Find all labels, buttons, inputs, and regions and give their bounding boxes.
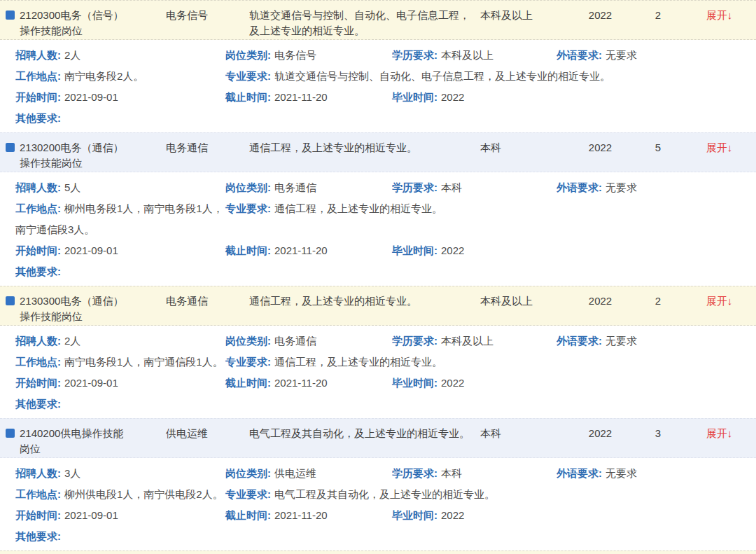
field-value: 轨道交通信号与控制、自动化、电子信息工程，及上述专业的相近专业。 (274, 70, 610, 82)
job-header-row: 2130300电务（通信）操作技能岗位 电务通信 通信工程，及上述专业的相近专业… (0, 286, 756, 326)
detail-row: 招聘人数:3人 岗位类别:供电运维 学历要求:本科 外语要求:无要求 (15, 463, 742, 484)
field-label: 开始时间: (15, 244, 61, 256)
job-detail-panel: 招聘人数:3人 岗位类别:供电运维 学历要求:本科 外语要求:无要求 工作地点:… (0, 458, 756, 550)
expand-toggle[interactable]: 展开↓ (682, 140, 756, 155)
field-value: 5人 (64, 181, 80, 193)
field-label: 其他要求: (15, 265, 61, 277)
field-other-requirements: 其他要求: (15, 394, 742, 415)
field-value: 2021-09-01 (64, 244, 118, 256)
field-value: 2022 (441, 91, 464, 103)
field-work-location: 工作地点:南宁电务段2人。 (15, 66, 225, 87)
field-end-time: 截止时间:2021-11-20 (225, 87, 392, 108)
expand-toggle[interactable]: 展开↓ (682, 8, 756, 23)
job-title: 2130200电务（通信）操作技能岗位 (20, 140, 125, 171)
field-label: 毕业时间: (392, 244, 438, 256)
field-value: 2022 (441, 377, 464, 389)
field-label: 工作地点: (15, 356, 61, 368)
field-label: 岗位类别: (225, 467, 271, 479)
field-label: 截止时间: (225, 91, 271, 103)
field-label: 截止时间: (225, 509, 271, 521)
field-value: 2022 (441, 244, 464, 256)
field-label: 工作地点: (15, 202, 61, 214)
field-label: 外语要求: (556, 181, 602, 193)
field-value: 2021-11-20 (274, 244, 328, 256)
detail-row: 招聘人数:2人 岗位类别:电务信号 学历要求:本科及以上 外语要求:无要求 (15, 45, 742, 66)
row-marker-icon (6, 429, 15, 438)
next-row-peek (0, 550, 756, 554)
field-label: 其他要求: (15, 530, 61, 542)
job-major-summary: 电气工程及其自动化，及上述专业的相近专业。 (249, 426, 473, 441)
job-graduation-year: 2022 (567, 8, 634, 23)
field-value: 南宁电务段2人。 (64, 70, 144, 82)
expand-toggle[interactable]: 展开↓ (682, 426, 756, 441)
field-graduation-time: 毕业时间:2022 (392, 87, 742, 108)
field-value: 通信工程，及上述专业的相近专业。 (274, 202, 442, 214)
detail-row: 其他要求: (15, 526, 742, 547)
field-recruit-count: 招聘人数:5人 (15, 177, 225, 198)
field-value: 无要求 (606, 181, 637, 193)
job-headcount: 3 (634, 426, 682, 441)
field-foreign-language: 外语要求:无要求 (556, 331, 742, 352)
field-value: 无要求 (606, 49, 637, 61)
detail-row: 开始时间:2021-09-01 截止时间:2021-11-20 毕业时间:202… (15, 505, 742, 526)
job-graduation-year: 2022 (567, 293, 634, 309)
field-value: 2021-11-20 (274, 377, 328, 389)
field-value: 电务通信 (274, 335, 316, 347)
row-marker-icon (6, 143, 15, 152)
field-label: 招聘人数: (15, 181, 61, 193)
field-major: 专业要求:通信工程，及上述专业的相近专业。 (225, 352, 742, 373)
field-label: 专业要求: (225, 488, 271, 500)
field-value: 2021-11-20 (274, 509, 328, 521)
job-headcount: 5 (634, 140, 682, 155)
job-listing-block: 2140200供电操作技能岗位 供电运维 电气工程及其自动化，及上述专业的相近专… (0, 418, 756, 550)
field-work-location: 工作地点:南宁电务段1人，南宁通信段1人。 (15, 352, 225, 373)
field-label: 学历要求: (392, 467, 438, 479)
expand-toggle[interactable]: 展开↓ (682, 293, 756, 309)
field-label: 招聘人数: (15, 49, 61, 61)
field-value: 无要求 (606, 467, 637, 479)
field-label: 学历要求: (392, 181, 438, 193)
field-job-category: 岗位类别:电务通信 (225, 177, 392, 198)
field-value: 2022 (441, 509, 464, 521)
row-marker-icon (6, 11, 15, 20)
job-detail-panel: 招聘人数:5人 岗位类别:电务通信 学历要求:本科 外语要求:无要求 工作地点:… (0, 172, 756, 286)
detail-row: 招聘人数:2人 岗位类别:电务通信 学历要求:本科及以上 外语要求:无要求 (15, 331, 742, 352)
field-value: 供电运维 (274, 467, 316, 479)
field-education: 学历要求:本科及以上 (392, 45, 556, 66)
field-label: 毕业时间: (392, 377, 438, 389)
field-value: 柳州供电段1人，南宁供电段2人。 (64, 488, 223, 500)
job-major-summary: 轨道交通信号与控制、自动化、电子信息工程，及上述专业的相近专业。 (249, 8, 473, 39)
field-other-requirements: 其他要求: (15, 261, 742, 282)
field-label: 专业要求: (225, 70, 271, 82)
field-work-location: 工作地点:柳州电务段1人，南宁电务段1人，南宁通信段3人。 (15, 198, 225, 240)
field-foreign-language: 外语要求:无要求 (556, 463, 742, 484)
field-value: 本科 (441, 181, 462, 193)
job-listing-block: 2120300电务（信号）操作技能岗位 电务信号 轨道交通信号与控制、自动化、电… (0, 0, 756, 132)
field-value: 无要求 (606, 335, 637, 347)
job-listing-block: 2130300电务（通信）操作技能岗位 电务通信 通信工程，及上述专业的相近专业… (0, 286, 756, 418)
job-header-row: 2130200电务（通信）操作技能岗位 电务通信 通信工程，及上述专业的相近专业… (0, 132, 756, 172)
field-recruit-count: 招聘人数:2人 (15, 331, 225, 352)
field-label: 开始时间: (15, 91, 61, 103)
field-education: 学历要求:本科 (392, 463, 556, 484)
field-major: 专业要求:电气工程及其自动化，及上述专业的相近专业。 (225, 484, 742, 505)
field-value: 电务通信 (274, 181, 316, 193)
field-value: 2人 (64, 49, 80, 61)
job-major-summary: 通信工程，及上述专业的相近专业。 (249, 140, 473, 155)
detail-row: 招聘人数:5人 岗位类别:电务通信 学历要求:本科 外语要求:无要求 (15, 177, 742, 198)
field-graduation-time: 毕业时间:2022 (392, 240, 742, 261)
field-recruit-count: 招聘人数:3人 (15, 463, 225, 484)
field-end-time: 截止时间:2021-11-20 (225, 240, 392, 261)
field-label: 工作地点: (15, 488, 61, 500)
field-start-time: 开始时间:2021-09-01 (15, 87, 225, 108)
field-value: 2021-09-01 (64, 509, 118, 521)
field-value: 南宁电务段1人，南宁通信段1人。 (64, 356, 223, 368)
field-label: 岗位类别: (225, 335, 271, 347)
field-start-time: 开始时间:2021-09-01 (15, 240, 225, 261)
field-job-category: 岗位类别:供电运维 (225, 463, 392, 484)
job-header-row: 2120300电务（信号）操作技能岗位 电务信号 轨道交通信号与控制、自动化、电… (0, 0, 756, 40)
field-label: 其他要求: (15, 112, 61, 124)
job-category: 电务通信 (166, 293, 249, 309)
field-label: 招聘人数: (15, 335, 61, 347)
field-other-requirements: 其他要求: (15, 526, 742, 547)
